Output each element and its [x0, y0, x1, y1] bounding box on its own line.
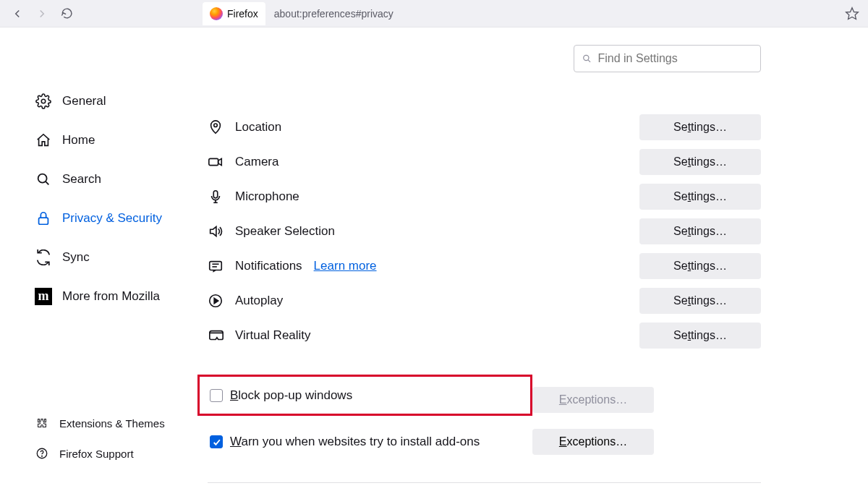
settings-button-camera[interactable]: Settings…: [639, 149, 761, 175]
permission-label: Notifications: [235, 259, 302, 273]
settings-button-speaker-selection[interactable]: Settings…: [639, 218, 761, 244]
puzzle-icon: [35, 416, 49, 430]
svg-line-3: [46, 182, 48, 184]
sidebar-item-privacy-security[interactable]: Privacy & Security: [35, 210, 195, 227]
back-button[interactable]: [6, 2, 29, 25]
sidebar-item-home[interactable]: Home: [35, 132, 195, 149]
permission-label: Microphone: [235, 189, 299, 204]
preferences-sidebar: General Home Search Privacy & Security S…: [0, 27, 195, 491]
permission-label: Speaker Selection: [235, 224, 335, 239]
permission-row-virtual-reality: Virtual RealitySettings…: [208, 318, 761, 353]
tab-title: Firefox: [227, 8, 258, 20]
microphone-icon: [208, 189, 235, 205]
svg-marker-19: [214, 298, 218, 303]
reload-button[interactable]: [55, 2, 78, 25]
sidebar-item-sync[interactable]: Sync: [35, 249, 195, 266]
permission-row-speaker-selection: Speaker SelectionSettings…: [208, 214, 761, 249]
section-divider: [208, 482, 761, 483]
permission-label: Location: [235, 120, 281, 135]
preferences-content: LocationSettings…CameraSettings…Micropho…: [195, 27, 868, 491]
permission-label: Camera: [235, 155, 278, 169]
sidebar-label: General: [62, 94, 106, 108]
search-icon: [35, 171, 52, 188]
address-bar-text[interactable]: about:preferences#privacy: [274, 8, 393, 20]
settings-button-location[interactable]: Settings…: [639, 114, 761, 140]
search-icon: [582, 53, 592, 64]
sidebar-bottom-label: Firefox Support: [59, 448, 134, 460]
sidebar-label: More from Mozilla: [62, 289, 160, 304]
browser-toolbar: Firefox about:preferences#privacy: [0, 0, 868, 27]
svg-rect-10: [209, 158, 218, 165]
svg-line-8: [588, 60, 590, 62]
permission-label: Virtual Reality: [235, 328, 311, 343]
search-settings-input[interactable]: [597, 52, 753, 65]
sidebar-bottom-label: Extensions & Themes: [59, 417, 165, 430]
sidebar-link-extensions-themes[interactable]: Extensions & Themes: [35, 416, 165, 430]
svg-point-9: [214, 124, 218, 127]
svg-marker-14: [210, 227, 216, 236]
permission-label: Autoplay: [235, 294, 283, 308]
permission-row-location: LocationSettings…: [208, 110, 761, 145]
firefox-logo-icon: [210, 7, 223, 20]
settings-button-notifications[interactable]: Settings…: [639, 253, 761, 279]
gear-icon: [35, 93, 52, 110]
sidebar-link-firefox-support[interactable]: Firefox Support: [35, 446, 165, 461]
sidebar-label: Privacy & Security: [62, 211, 162, 226]
lock-icon: [35, 210, 52, 227]
label-warn-addons: Warn you when websites try to install ad…: [230, 435, 480, 449]
exceptions-button-addons[interactable]: Exceptions…: [532, 429, 654, 455]
bookmark-star-icon[interactable]: [842, 4, 862, 24]
svg-rect-15: [210, 262, 222, 270]
mozilla-logo-icon: m: [35, 288, 52, 305]
exceptions-button-popups[interactable]: Exceptions…: [532, 387, 654, 413]
permission-row-autoplay: AutoplaySettings…: [208, 283, 761, 318]
sync-icon: [35, 249, 52, 266]
permission-row-camera: CameraSettings…: [208, 145, 761, 179]
settings-button-virtual-reality[interactable]: Settings…: [639, 323, 761, 349]
learn-more-link[interactable]: Learn more: [314, 259, 377, 273]
settings-button-microphone[interactable]: Settings…: [639, 184, 761, 210]
sidebar-label: Home: [62, 133, 95, 148]
sidebar-item-general[interactable]: General: [35, 93, 195, 110]
location-icon: [208, 119, 235, 135]
sidebar-label: Sync: [62, 250, 90, 265]
svg-point-6: [42, 456, 43, 456]
label-block-popups: Block pop-up windows: [230, 388, 352, 403]
search-settings-box[interactable]: [574, 45, 761, 72]
help-icon: [35, 446, 49, 461]
home-icon: [35, 132, 52, 149]
forward-button[interactable]: [30, 2, 54, 25]
svg-marker-0: [846, 7, 859, 19]
permission-row-notifications: NotificationsLearn moreSettings…: [208, 249, 761, 283]
permission-row-microphone: MicrophoneSettings…: [208, 179, 761, 214]
svg-rect-4: [39, 218, 48, 224]
tab-firefox-preferences[interactable]: Firefox: [203, 2, 265, 25]
camera-icon: [208, 154, 235, 170]
speaker-selection-icon: [208, 223, 235, 239]
svg-point-2: [38, 174, 47, 183]
svg-point-7: [584, 55, 589, 60]
autoplay-icon: [208, 293, 235, 309]
highlight-block-popups: Block pop-up windows: [197, 375, 532, 416]
sidebar-item-more-mozilla[interactable]: m More from Mozilla: [35, 288, 195, 305]
virtual-reality-icon: [208, 328, 235, 343]
sidebar-label: Search: [62, 172, 101, 187]
settings-button-autoplay[interactable]: Settings…: [639, 288, 761, 314]
checkbox-block-popups[interactable]: [210, 389, 223, 402]
checkbox-warn-addons[interactable]: [210, 435, 223, 448]
notifications-icon: [208, 258, 235, 274]
svg-rect-11: [213, 191, 218, 198]
sidebar-item-search[interactable]: Search: [35, 171, 195, 188]
svg-point-1: [41, 99, 46, 103]
